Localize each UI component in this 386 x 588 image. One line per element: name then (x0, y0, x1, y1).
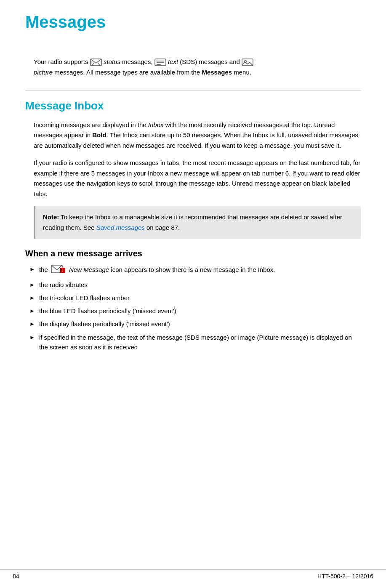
inbox-paragraph1: Incoming messages are displayed in the I… (34, 120, 361, 151)
page-title: Messages (25, 13, 361, 32)
bullet-arrow-6: ► (29, 333, 35, 342)
intro-section: Your radio supports status messages, tex… (25, 57, 361, 78)
list-item: ► if specified in the message, the text … (29, 333, 361, 352)
list-item: ► the ! New Message icon appears to show (29, 264, 361, 276)
item5-content: the display flashes periodically ('misse… (39, 319, 361, 329)
inbox-paragraph2: If your radio is configured to show mess… (34, 158, 361, 200)
note-box: Note: To keep the Inbox to a manageable … (34, 206, 361, 239)
bullet-arrow-5: ► (29, 320, 35, 328)
svg-rect-8 (242, 59, 253, 66)
item4-content: the blue LED flashes periodically ('miss… (39, 306, 361, 316)
status-icon (90, 58, 102, 67)
section-divider (25, 90, 361, 91)
list-item: ► the radio vibrates (29, 280, 361, 290)
svg-text:!: ! (61, 268, 63, 273)
item1-content: the ! New Message icon appears to show t… (39, 264, 361, 276)
intro-text-between2: (SDS) messages and (180, 58, 240, 65)
page-container: Messages Your radio supports status mess… (0, 0, 386, 588)
new-message-icon-wrapper: ! (51, 264, 66, 276)
note-label: Note: (43, 213, 59, 221)
intro-menu-bold: Messages (202, 69, 232, 76)
intro-text-end: menu. (234, 69, 251, 76)
svg-line-2 (98, 63, 100, 66)
page-footer: 84 HTT-500-2 – 12/2016 (0, 569, 386, 580)
message-inbox-heading: Message Inbox (25, 99, 361, 112)
intro-status-label: status (104, 58, 120, 65)
footer-document-id: HTT-500-2 – 12/2016 (317, 573, 373, 580)
new-message-heading: When a new message arrives (25, 249, 361, 258)
intro-picture-label: picture (34, 69, 53, 76)
intro-text-before-status: Your radio supports (34, 58, 88, 65)
note-link-suffix: on page 87. (146, 224, 180, 231)
new-message-list: ► the ! New Message icon appears to show (25, 264, 361, 352)
new-message-icon: ! (51, 264, 66, 274)
list-item: ► the blue LED flashes periodically ('mi… (29, 306, 361, 316)
text-icon (154, 58, 166, 67)
list-item: ► the tri-colour LED flashes amber (29, 293, 361, 303)
item1-text-before: the (39, 266, 50, 273)
item6-content: if specified in the message, the text of… (39, 333, 361, 352)
new-message-section: When a new message arrives ► the ! (25, 249, 361, 352)
item1-text-after: icon appears to show there is a new mess… (111, 266, 275, 273)
picture-icon (242, 58, 253, 67)
intro-text-label: text (168, 58, 178, 65)
footer-page-number: 84 (13, 573, 19, 580)
item2-content: the radio vibrates (39, 280, 361, 290)
note-link[interactable]: Saved messages (96, 224, 145, 231)
bullet-arrow-1: ► (29, 265, 35, 274)
intro-text-after: messages. All message types are availabl… (54, 69, 200, 76)
bullet-arrow-3: ► (29, 294, 35, 302)
item3-content: the tri-colour LED flashes amber (39, 293, 361, 303)
list-item: ► the display flashes periodically ('mis… (29, 319, 361, 329)
item1-italic-text: New Message (69, 266, 109, 273)
message-inbox-section: Message Inbox Incoming messages are disp… (25, 99, 361, 239)
intro-text-between1: messages, (122, 58, 153, 65)
bullet-arrow-4: ► (29, 307, 35, 315)
note-text: To keep the Inbox to a manageable size i… (43, 213, 342, 231)
bullet-arrow-2: ► (29, 281, 35, 289)
message-inbox-body: Incoming messages are displayed in the I… (25, 120, 361, 239)
intro-paragraph: Your radio supports status messages, tex… (34, 57, 361, 78)
